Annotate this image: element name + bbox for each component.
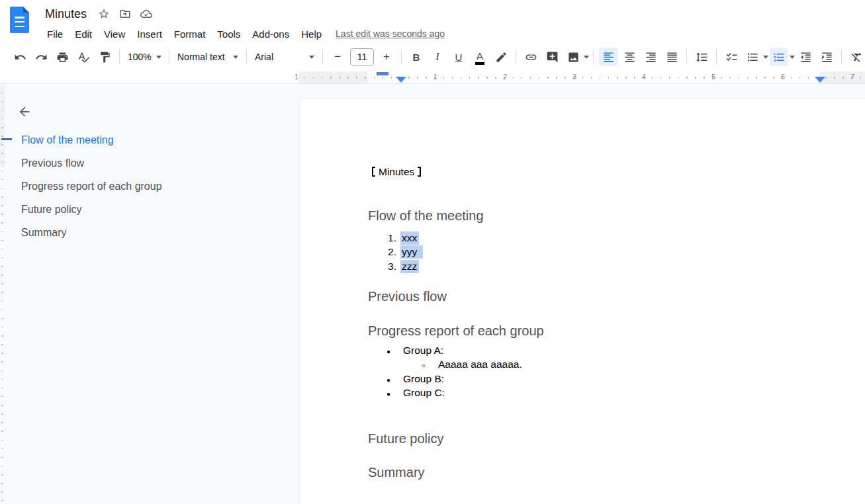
document-page[interactable]: Minutes Flow of the meeting 1. xxx 2. yy… [299,98,865,504]
spelling-check-button[interactable] [74,48,93,66]
checklist-button[interactable] [722,48,741,66]
toolbar-separator [169,50,169,64]
undo-button[interactable] [11,48,29,66]
menu-format[interactable]: Format [168,27,212,41]
decrease-font-size-button[interactable]: − [328,48,347,66]
font-size-input[interactable]: 11 [350,48,374,65]
bold-button[interactable]: B [407,48,426,66]
align-center-button[interactable] [620,48,639,66]
last-edit-status[interactable]: Last edit was seconds ago [336,28,445,39]
align-justify-button[interactable] [662,48,681,66]
chevron-down-icon [233,56,238,59]
outline-item-flow-of-the-meeting[interactable]: Flow of the meeting [21,134,114,150]
document-status-cloud-icon[interactable] [140,7,153,21]
toolbar-separator [401,50,402,64]
menu-addons[interactable]: Add-ons [246,27,295,41]
outline-active-indicator [1,138,12,140]
numbered-list-button[interactable] [770,48,788,66]
ruler-label: 1 [432,73,439,81]
right-indent-marker[interactable] [815,77,825,83]
outline-item-future-policy[interactable]: Future policy [21,204,82,220]
heading-future-policy[interactable]: Future policy [368,431,444,446]
insert-link-button[interactable] [522,48,540,66]
bullet-text[interactable]: Group B: [403,373,444,385]
bulleted-list-dropdown-icon[interactable] [763,56,768,59]
paragraph-style-select[interactable]: Normal text [173,48,242,66]
menu-edit[interactable]: Edit [69,27,98,41]
horizontal-ruler: 1 1 2 3 4 5 6 7 [0,71,865,84]
heading-previous-flow[interactable]: Previous flow [368,289,447,304]
selected-text[interactable]: xxx [400,231,419,245]
list-item[interactable]: 1. xxx [300,232,865,246]
redo-button[interactable] [32,48,50,66]
clear-formatting-button[interactable] [847,48,865,66]
menu-file[interactable]: File [41,27,69,41]
increase-font-size-button[interactable]: + [377,48,396,66]
close-outline-back-icon[interactable] [16,103,33,120]
toolbar-separator [841,50,842,64]
left-indent-marker[interactable] [396,77,406,83]
bullet-dot: ● [387,390,390,398]
menu-view[interactable]: View [98,27,131,41]
text-color-button[interactable]: A [471,48,489,66]
outline-item-previous-flow[interactable]: Previous flow [21,157,84,173]
highlight-color-button[interactable] [492,48,510,66]
docs-logo-lines [15,17,24,28]
ruler-label: 7 [848,73,856,81]
align-left-button[interactable] [599,48,617,66]
menu-help[interactable]: Help [295,27,328,41]
editor-area: Flow of the meeting Previous flow Progre… [0,85,865,504]
menu-tools[interactable]: Tools [211,27,246,41]
bulleted-list-button[interactable] [743,48,762,66]
move-to-folder-icon[interactable] [118,7,132,21]
selected-text[interactable]: yyy [400,245,423,259]
increase-indent-button[interactable] [817,48,836,66]
align-right-button[interactable] [641,48,660,66]
italic-button[interactable]: I [428,48,447,66]
list-item[interactable]: ● Group A: [300,345,865,358]
list-item[interactable]: ● Group B: [300,373,865,387]
list-item[interactable]: ○ Aaaaa aaa aaaaa. [300,358,865,372]
outline-item-progress-report[interactable]: Progress report of each group [21,181,162,196]
heading-progress-report[interactable]: Progress report of each group [368,323,544,339]
outline-item-summary[interactable]: Summary [21,227,66,243]
paragraph-bracket-title[interactable]: Minutes [372,165,421,179]
document-outline-panel: Flow of the meeting Previous flow Progre… [0,85,298,504]
selected-text[interactable]: zzz [400,260,419,273]
zoom-select[interactable]: 100% [124,48,165,66]
list-item[interactable]: ● Group C: [300,387,865,401]
star-icon[interactable] [97,7,111,21]
ruler-label: 4 [640,73,648,81]
toolbar: 100% Normal text Arial − 11 + B I U A [0,42,865,71]
heading-flow-of-the-meeting[interactable]: Flow of the meeting [368,208,484,224]
heading-summary[interactable]: Summary [368,465,425,480]
insert-image-dropdown-icon[interactable] [584,56,589,59]
toolbar-separator [516,50,516,64]
bullet-text[interactable]: Group C: [403,387,445,399]
line-spacing-button[interactable] [692,48,711,66]
list-number: 1. [383,232,396,244]
decrease-indent-button[interactable] [796,48,815,66]
ruler-label: 5 [709,73,717,81]
menu-insert[interactable]: Insert [131,27,168,41]
font-family-select[interactable]: Arial [251,48,318,66]
bullet-text[interactable]: Aaaaa aaa aaaaa. [438,358,522,370]
paint-format-button[interactable] [95,48,114,66]
document-title[interactable]: Minutes [45,7,87,21]
insert-image-button[interactable] [564,48,582,66]
google-docs-window: Minutes File Edit View Insert Format Too… [0,0,865,504]
bullet-text[interactable]: Group A: [403,345,443,357]
print-button[interactable] [53,48,71,66]
add-comment-button[interactable] [543,48,561,66]
numbered-list-dropdown-icon[interactable] [790,56,795,59]
toolbar-separator [119,50,120,64]
first-line-indent-marker[interactable] [377,72,388,75]
ruler-label: 1 [293,73,300,81]
underline-button[interactable]: U [449,48,468,66]
lenticular-bracket-close [416,167,421,177]
docs-logo-icon[interactable] [10,7,29,33]
toolbar-separator [322,50,323,64]
list-item[interactable]: 3. zzz [300,261,865,274]
list-item[interactable]: 2. yyy [300,246,865,260]
app-header: Minutes File Edit View Insert Format Too… [0,0,865,41]
